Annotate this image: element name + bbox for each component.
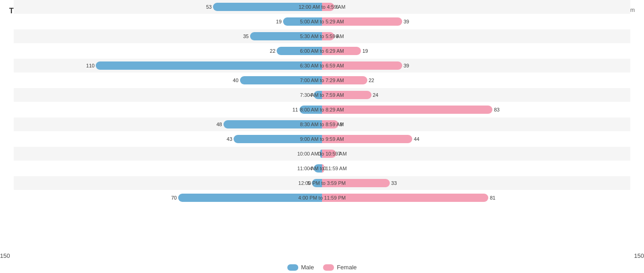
chart-container: TIME OF DEPARTURE TO WORK BY SEX IN WILL… bbox=[0, 0, 644, 273]
female-value: 22 bbox=[369, 78, 374, 83]
female-value: 81 bbox=[490, 195, 495, 201]
bar-male bbox=[314, 91, 322, 99]
right-section: 0 bbox=[322, 162, 630, 175]
chart-row: 40 7:00 AM to 7:29 AM 22 bbox=[14, 73, 630, 87]
right-section: 83 bbox=[322, 103, 630, 117]
chart-row: 48 8:30 AM to 8:59 AM 8 bbox=[14, 117, 630, 131]
bar-female bbox=[322, 106, 492, 114]
bar-male bbox=[283, 17, 322, 26]
female-value: 6 bbox=[336, 4, 338, 10]
female-value: 24 bbox=[373, 92, 378, 98]
right-section: 81 bbox=[322, 191, 630, 205]
female-label: Female bbox=[337, 264, 356, 271]
male-value: 19 bbox=[276, 19, 282, 24]
bar-male bbox=[224, 120, 322, 128]
male-value: 4 bbox=[310, 166, 312, 171]
left-section: 19 bbox=[14, 15, 322, 28]
left-section: 48 bbox=[14, 117, 322, 131]
chart-row: 53 12:00 AM to 4:59 AM 6 bbox=[14, 0, 630, 14]
female-value: 0 bbox=[323, 166, 326, 171]
left-section: 110 bbox=[14, 59, 322, 72]
right-section: 6 bbox=[322, 0, 630, 14]
bar-male bbox=[314, 164, 322, 173]
left-section: 0 bbox=[14, 147, 322, 161]
bar-male bbox=[178, 194, 322, 202]
chart-row: 110 6:30 AM to 6:59 AM 39 bbox=[14, 59, 630, 72]
left-section: 22 bbox=[14, 44, 322, 58]
male-value: 22 bbox=[270, 48, 275, 54]
bar-female bbox=[322, 76, 367, 84]
chart-row: 0 10:00 AM to 10:59 AM 7 bbox=[14, 147, 630, 161]
female-value: 19 bbox=[362, 48, 368, 54]
male-label: Male bbox=[301, 264, 314, 271]
female-value: 7 bbox=[338, 151, 340, 156]
male-value: 4 bbox=[310, 92, 312, 98]
right-section: 8 bbox=[322, 117, 630, 131]
axis-label-right: 150 bbox=[634, 252, 644, 259]
male-value: 35 bbox=[243, 33, 249, 39]
bar-male bbox=[96, 61, 322, 70]
bar-female bbox=[322, 32, 334, 40]
left-section: 40 bbox=[14, 73, 322, 87]
left-section: 11 bbox=[14, 103, 322, 117]
male-value: 70 bbox=[171, 195, 177, 201]
bar-male bbox=[250, 32, 322, 40]
chart-row: 5 12:00 PM to 3:59 PM 33 bbox=[14, 176, 630, 190]
female-value: 44 bbox=[414, 136, 419, 142]
chart-row: 35 5:30 AM to 5:59 AM 6 bbox=[14, 29, 630, 43]
female-value: 8 bbox=[340, 122, 343, 127]
right-section: 19 bbox=[322, 44, 630, 58]
right-section: 39 bbox=[322, 15, 630, 28]
left-section: 43 bbox=[14, 132, 322, 146]
male-value: 48 bbox=[216, 122, 222, 127]
female-value: 39 bbox=[404, 63, 409, 68]
chart-row: 19 5:00 AM to 5:29 AM 39 bbox=[14, 15, 630, 28]
right-section: 39 bbox=[322, 59, 630, 72]
axis-label-left: 150 bbox=[0, 252, 10, 259]
bar-female bbox=[322, 61, 402, 70]
right-section: 24 bbox=[322, 88, 630, 102]
male-swatch bbox=[287, 264, 298, 271]
right-section: 33 bbox=[322, 176, 630, 190]
male-value: 0 bbox=[318, 151, 321, 156]
left-section: 35 bbox=[14, 29, 322, 43]
bar-female bbox=[322, 194, 488, 202]
right-section: 44 bbox=[322, 132, 630, 146]
bar-female bbox=[322, 135, 412, 143]
male-value: 11 bbox=[292, 107, 298, 112]
female-value: 6 bbox=[336, 33, 338, 39]
male-value: 53 bbox=[206, 4, 212, 10]
bar-female bbox=[322, 150, 336, 158]
bar-male bbox=[234, 135, 322, 143]
left-section: 70 bbox=[14, 191, 322, 205]
left-section: 5 bbox=[14, 176, 322, 190]
female-swatch bbox=[323, 264, 334, 271]
bar-male bbox=[213, 3, 322, 11]
right-section: 22 bbox=[322, 73, 630, 87]
chart-row: 70 4:00 PM to 11:59 PM 81 bbox=[14, 191, 630, 205]
right-section: 6 bbox=[322, 29, 630, 43]
legend: Male Female bbox=[287, 264, 357, 271]
chart-row: 43 9:00 AM to 9:59 AM 44 bbox=[14, 132, 630, 146]
bar-female bbox=[322, 91, 371, 99]
female-value: 83 bbox=[494, 107, 499, 112]
left-section: 4 bbox=[14, 88, 322, 102]
bar-male bbox=[240, 76, 322, 84]
legend-female: Female bbox=[323, 264, 356, 271]
rows-container: 53 12:00 AM to 4:59 AM 6 19 5:00 AM to 5… bbox=[14, 0, 630, 245]
bar-male bbox=[277, 47, 322, 55]
male-value: 110 bbox=[86, 63, 94, 68]
bar-male bbox=[312, 179, 322, 187]
male-value: 43 bbox=[227, 136, 232, 142]
bar-male bbox=[300, 106, 322, 114]
bar-female bbox=[322, 179, 390, 187]
bar-female bbox=[322, 17, 402, 26]
bar-female bbox=[322, 47, 361, 55]
legend-male: Male bbox=[287, 264, 314, 271]
chart-row: 11 8:00 AM to 8:29 AM 83 bbox=[14, 103, 630, 117]
left-section: 4 bbox=[14, 162, 322, 175]
chart-row: 4 11:00 AM to 11:59 AM 0 bbox=[14, 162, 630, 175]
female-value: 33 bbox=[391, 180, 397, 186]
right-section: 7 bbox=[322, 147, 630, 161]
bar-female bbox=[322, 3, 334, 11]
